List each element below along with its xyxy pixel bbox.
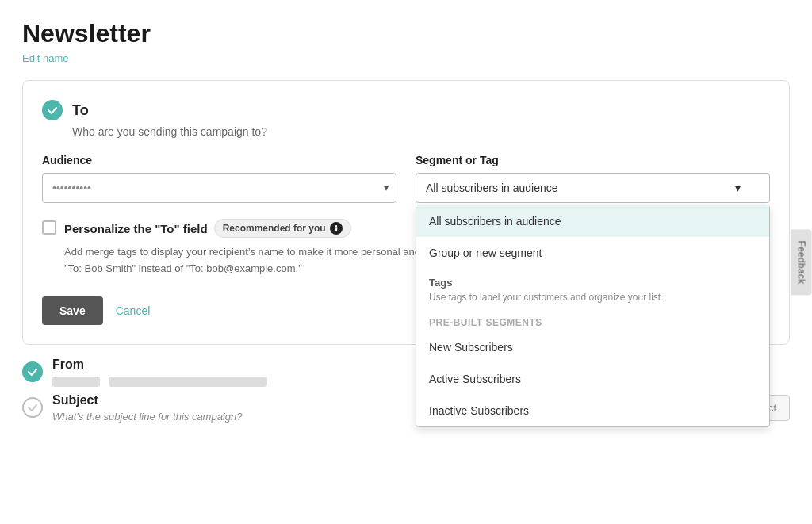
segment-select-wrapper: All subscribers in audience ▾ All subscr… — [416, 173, 770, 203]
to-subtitle: Who are you sending this campaign to? — [72, 125, 770, 138]
dropdown-tags-header: Tags — [416, 269, 769, 292]
personalize-checkbox[interactable] — [42, 220, 56, 235]
audience-segment-row: Audience •••••••••• ▾ Segment or Tag All… — [42, 154, 770, 203]
segment-selected-value: All subscribers in audience — [426, 182, 558, 194]
segment-dropdown-menu: All subscribers in audience Group or new… — [416, 205, 770, 427]
edit-name-link[interactable]: Edit name — [22, 52, 69, 64]
to-check-icon — [42, 100, 63, 120]
recommended-badge: Recommended for you ℹ — [214, 219, 351, 238]
to-title: To — [72, 102, 89, 119]
segment-group: Segment or Tag All subscribers in audien… — [416, 154, 770, 203]
dropdown-item-group-segment[interactable]: Group or new segment — [416, 237, 769, 269]
from-check-icon — [22, 361, 43, 382]
info-icon: ℹ — [330, 222, 343, 235]
segment-label: Segment or Tag — [416, 154, 770, 166]
audience-group: Audience •••••••••• ▾ — [42, 154, 396, 203]
from-name-blur — [52, 377, 100, 387]
subject-check-icon — [22, 397, 43, 418]
dropdown-prebuilt-header: Pre-built Segments — [416, 309, 769, 331]
dropdown-item-inactive-subscribers[interactable]: Inactive Subscribers — [416, 395, 769, 426]
dropdown-item-all-subscribers[interactable]: All subscribers in audience — [416, 205, 769, 237]
dropdown-item-active-subscribers[interactable]: Active Subscribers — [416, 363, 769, 395]
to-section-header: To — [42, 100, 770, 120]
recommended-label: Recommended for you — [223, 223, 326, 234]
personalize-label-text: Personalize the "To" field — [64, 222, 208, 235]
save-button[interactable]: Save — [42, 296, 103, 325]
audience-label: Audience — [42, 154, 396, 166]
cancel-button[interactable]: Cancel — [116, 304, 151, 317]
page-title: Newsletter — [22, 19, 790, 48]
from-email-blur — [109, 377, 267, 387]
segment-chevron-icon: ▾ — [735, 182, 741, 194]
audience-select[interactable]: •••••••••• — [42, 173, 396, 203]
segment-select-button[interactable]: All subscribers in audience ▾ — [416, 173, 770, 203]
dropdown-tags-sub: Use tags to label your customers and org… — [416, 292, 769, 309]
to-card: To Who are you sending this campaign to?… — [22, 80, 790, 345]
feedback-tab[interactable]: Feedback — [791, 229, 811, 295]
dropdown-item-new-subscribers[interactable]: New Subscribers — [416, 331, 769, 363]
audience-select-wrapper: •••••••••• ▾ — [42, 173, 396, 203]
